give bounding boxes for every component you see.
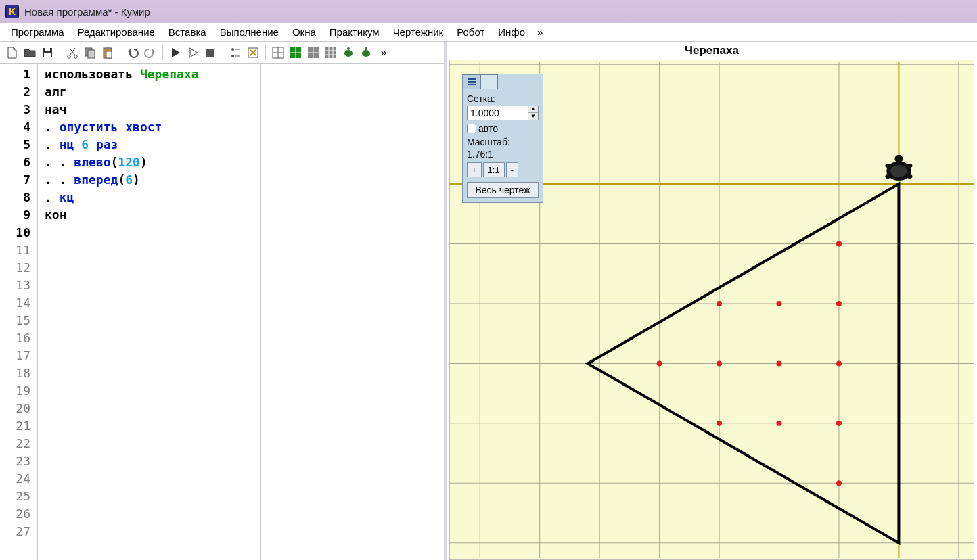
menubar: ПрограммаРедактированиеВставкаВыполнение…: [0, 23, 977, 42]
editor[interactable]: 1234567891011121314151617181920212223242…: [0, 64, 444, 560]
titlebar: K Новая программа* - Кумир: [0, 0, 977, 23]
menu-more[interactable]: »: [533, 26, 547, 38]
svg-point-48: [717, 360, 722, 366]
svg-point-62: [885, 164, 890, 168]
zoom-out-button[interactable]: -: [506, 162, 518, 177]
svg-point-64: [885, 174, 890, 179]
svg-point-65: [907, 174, 912, 179]
grid2-icon[interactable]: [288, 45, 304, 61]
left-pane: » 12345678910111213141516171819202122232…: [0, 42, 447, 560]
svg-rect-1: [45, 48, 50, 51]
scale-value: 1.76:1: [467, 149, 539, 160]
svg-point-50: [836, 360, 842, 366]
grid-spinbox[interactable]: ▲ ▼: [467, 106, 539, 120]
panel-tab-blank[interactable]: [480, 74, 498, 89]
spin-up-icon[interactable]: ▲: [528, 106, 538, 113]
svg-rect-17: [325, 47, 336, 58]
undo-icon[interactable]: [124, 45, 141, 61]
separator: [265, 45, 266, 60]
menu-выполнение[interactable]: Выполнение: [214, 25, 284, 39]
svg-point-53: [836, 301, 842, 306]
spin-down-icon[interactable]: ▼: [528, 113, 538, 120]
stop-icon[interactable]: [202, 45, 219, 61]
canvas-title: Черепаха: [447, 42, 977, 60]
panel-tab-menu[interactable]: [463, 74, 480, 89]
svg-point-51: [717, 301, 722, 306]
svg-rect-6: [88, 50, 95, 58]
svg-point-12: [231, 55, 234, 57]
svg-rect-10: [206, 49, 214, 57]
separator: [60, 45, 60, 60]
paste-icon[interactable]: [99, 45, 116, 61]
copy-icon[interactable]: [82, 45, 98, 61]
svg-point-4: [74, 55, 78, 58]
svg-point-19: [347, 47, 350, 50]
svg-point-60: [890, 165, 907, 177]
svg-rect-8: [106, 47, 110, 49]
grid4-icon[interactable]: [323, 45, 339, 61]
svg-point-11: [231, 48, 234, 51]
scale-label: Масштаб:: [467, 137, 539, 147]
hamburger-icon: [467, 78, 476, 86]
app-icon: K: [5, 5, 19, 18]
menu-окна[interactable]: Окна: [287, 25, 321, 39]
grid-label: Сетка:: [467, 93, 539, 104]
line-gutter: 1234567891011121314151617181920212223242…: [0, 64, 38, 560]
menu-программа[interactable]: Программа: [5, 25, 70, 39]
breakpoints-icon[interactable]: [227, 45, 244, 61]
grid3-icon[interactable]: [305, 45, 321, 61]
run-icon[interactable]: [167, 45, 183, 61]
menu-практикум[interactable]: Практикум: [324, 25, 385, 39]
zoom-reset-button[interactable]: 1:1: [483, 162, 505, 177]
redo-icon[interactable]: [142, 45, 158, 61]
fit-drawing-button[interactable]: Весь чертеж: [467, 182, 539, 198]
auto-checkbox[interactable]: [467, 124, 476, 133]
svg-point-55: [776, 421, 781, 426]
separator: [223, 45, 223, 60]
svg-point-47: [657, 360, 662, 366]
menu-чертежник[interactable]: Чертежник: [388, 25, 449, 39]
variables-icon[interactable]: [245, 45, 261, 61]
svg-point-56: [836, 421, 842, 426]
turtle2-icon[interactable]: [358, 45, 374, 61]
toolbar: »: [0, 42, 444, 64]
grid-value-input[interactable]: [468, 108, 528, 118]
svg-point-21: [365, 47, 367, 50]
turtle-canvas[interactable]: Сетка: ▲ ▼ авто Масштаб: 1.76:1: [449, 60, 974, 560]
svg-rect-9: [106, 51, 112, 58]
menu-робот[interactable]: Робот: [451, 25, 490, 39]
svg-point-52: [776, 301, 781, 306]
svg-point-61: [894, 155, 903, 163]
svg-point-49: [776, 360, 781, 366]
separator: [120, 45, 120, 60]
separator: [162, 45, 163, 60]
canvas-control-panel: Сетка: ▲ ▼ авто Масштаб: 1.76:1: [462, 74, 543, 203]
svg-point-54: [717, 421, 722, 426]
zoom-in-button[interactable]: +: [467, 162, 482, 177]
step-icon[interactable]: [185, 45, 201, 61]
window-title: Новая программа* - Кумир: [24, 6, 150, 18]
menu-вставка[interactable]: Вставка: [163, 25, 212, 39]
svg-rect-2: [44, 53, 51, 57]
grid1-icon[interactable]: [270, 45, 286, 61]
auto-label: авто: [478, 123, 498, 134]
svg-point-20: [362, 50, 370, 57]
auto-checkbox-row[interactable]: авто: [467, 123, 539, 134]
svg-point-3: [68, 55, 71, 58]
cut-icon[interactable]: [64, 45, 81, 61]
new-file-icon[interactable]: [4, 45, 20, 61]
svg-point-57: [836, 241, 842, 246]
save-file-icon[interactable]: [39, 45, 55, 61]
menu-инфо[interactable]: Инфо: [493, 25, 530, 39]
editor-margin-pane: [261, 64, 444, 560]
open-file-icon[interactable]: [22, 45, 38, 61]
turtle1-icon[interactable]: [340, 45, 357, 61]
svg-point-58: [836, 480, 842, 486]
toolbar-more[interactable]: »: [376, 45, 392, 61]
right-pane: Черепаха Сетка: ▲: [447, 42, 977, 560]
svg-point-63: [907, 164, 912, 168]
menu-редактирование[interactable]: Редактирование: [72, 25, 160, 39]
svg-point-18: [344, 50, 353, 57]
code-area[interactable]: использовать Черепахаалгнач. опустить хв…: [38, 64, 261, 560]
